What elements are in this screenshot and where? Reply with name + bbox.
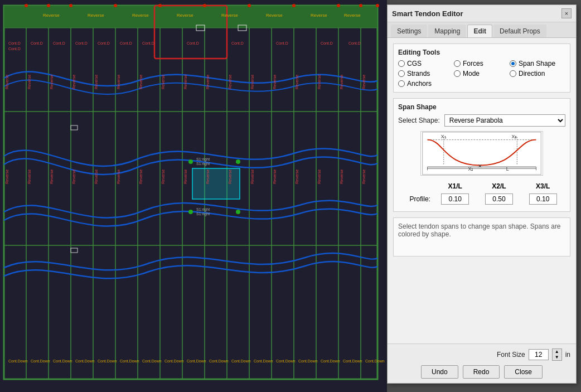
radio-mode-circle[interactable] [454, 70, 461, 77]
svg-point-111 [25, 4, 28, 7]
radio-anchors-circle[interactable] [398, 80, 405, 87]
font-size-input[interactable] [529, 349, 549, 360]
svg-text:Reverse: Reverse [273, 75, 277, 89]
svg-text:Reverse: Reverse [362, 170, 366, 184]
svg-text:Reverse: Reverse [5, 75, 9, 89]
select-shape-row: Select Shape: Reverse Parabola Parabola … [398, 114, 565, 127]
svg-text:Reverse: Reverse [177, 13, 193, 18]
svg-point-118 [292, 4, 296, 7]
svg-text:Reverse: Reverse [72, 75, 76, 89]
radio-span-shape-label: Span Shape [519, 60, 555, 67]
radio-strands-circle[interactable] [398, 70, 405, 77]
svg-text:Reverse: Reverse [311, 13, 327, 18]
svg-text:Reverse: Reverse [295, 75, 299, 89]
svg-text:✕: ✕ [478, 163, 482, 169]
svg-text:Reverse: Reverse [94, 170, 98, 184]
font-size-up-button[interactable]: ▲ [553, 349, 561, 355]
undo-button[interactable]: Undo [421, 365, 458, 379]
svg-text:Reverse: Reverse [161, 170, 165, 184]
svg-text:Cont.Down: Cont.Down [209, 359, 229, 363]
editing-tools-grid: CGS Forces Span Shape Strands Mode [398, 60, 565, 88]
svg-text:Cont.Down: Cont.Down [254, 359, 273, 363]
tab-mapping[interactable]: Mapping [428, 25, 466, 37]
svg-text:Reverse: Reverse [340, 75, 343, 89]
svg-rect-28 [192, 168, 240, 199]
radio-strands[interactable]: Strands [398, 70, 454, 78]
svg-text:Reverse: Reverse [43, 13, 60, 18]
radio-forces[interactable]: Forces [454, 60, 510, 67]
header-x3l: X3/L [521, 181, 564, 191]
radio-direction-label: Direction [519, 70, 545, 78]
svg-text:X₁: X₁ [441, 134, 447, 139]
svg-text:Reverse: Reverse [117, 170, 120, 184]
radio-span-shape-circle[interactable] [510, 60, 516, 67]
font-size-spinner[interactable]: ▲ ▼ [552, 349, 562, 361]
svg-text:Reverse: Reverse [317, 75, 321, 89]
header-x1l: X1/L [434, 181, 477, 191]
svg-text:Reverse: Reverse [139, 170, 143, 184]
font-size-down-button[interactable]: ▼ [553, 355, 561, 360]
profile-x2l-input[interactable] [485, 193, 513, 205]
svg-text:Cont.D: Cont.D [31, 41, 43, 45]
parabola-diagram: X₁ X₃ X₂ L ✕ [420, 131, 543, 176]
svg-text:Reverse: Reverse [72, 170, 76, 184]
svg-text:Reverse: Reverse [221, 13, 238, 18]
profile-table: X1/L X2/L X3/L Profile: [398, 180, 565, 207]
svg-text:L: L [506, 166, 509, 172]
span-shape-label: Span Shape [398, 103, 565, 111]
dialog-close-button[interactable]: × [561, 8, 572, 18]
svg-text:Cont.D: Cont.D [276, 41, 288, 45]
radio-direction-circle[interactable] [510, 70, 516, 77]
svg-text:Reverse: Reverse [344, 13, 361, 18]
svg-text:Cont.D: Cont.D [98, 41, 110, 45]
svg-text:S1:right: S1:right [196, 212, 210, 216]
svg-text:X₃: X₃ [512, 134, 517, 139]
radio-span-shape[interactable]: Span Shape [510, 60, 565, 67]
radio-anchors[interactable]: Anchors [398, 80, 454, 88]
svg-text:Cont.Down: Cont.Down [365, 359, 385, 363]
svg-text:Cont.Down: Cont.Down [53, 359, 72, 363]
svg-text:Cont.D: Cont.D [120, 41, 132, 45]
profile-row-label: Profile: [399, 192, 433, 206]
svg-point-113 [69, 4, 72, 7]
svg-text:Reverse: Reverse [27, 170, 31, 184]
radio-cgs-circle[interactable] [398, 60, 405, 67]
svg-text:Reverse: Reverse [117, 75, 120, 89]
dialog-titlebar: Smart Tendon Editor × [388, 5, 576, 22]
redo-button[interactable]: Redo [463, 365, 500, 379]
font-unit-label: in [565, 351, 570, 359]
profile-x1l-input[interactable] [441, 193, 469, 205]
svg-text:Reverse: Reverse [27, 75, 31, 89]
svg-text:Cont.Down: Cont.Down [343, 359, 362, 363]
smart-tendon-editor-dialog: Smart Tendon Editor × Settings Mapping E… [387, 4, 577, 384]
header-x2l: X2/L [478, 181, 521, 191]
close-button[interactable]: Close [504, 365, 543, 379]
svg-text:Cont.Down: Cont.Down [164, 359, 184, 363]
svg-text:Cont.D: Cont.D [348, 41, 361, 45]
tab-edit[interactable]: Edit [467, 25, 492, 37]
radio-direction[interactable]: Direction [510, 70, 565, 78]
svg-text:Reverse: Reverse [50, 170, 54, 184]
svg-text:Reverse: Reverse [317, 170, 321, 184]
svg-text:Cont.Down: Cont.Down [8, 359, 28, 363]
radio-forces-circle[interactable] [454, 60, 461, 67]
profile-x3l-input[interactable] [529, 193, 557, 205]
svg-text:Reverse: Reverse [340, 170, 343, 184]
tab-default-props[interactable]: Default Props [493, 25, 546, 37]
dialog-title: Smart Tendon Editor [392, 9, 463, 18]
svg-text:Cont.D: Cont.D [53, 41, 65, 45]
radio-cgs[interactable]: CGS [398, 60, 454, 67]
tab-settings[interactable]: Settings [391, 25, 427, 37]
radio-mode[interactable]: Mode [454, 70, 510, 78]
svg-text:Reverse: Reverse [161, 75, 165, 89]
svg-point-116 [203, 4, 206, 7]
dialog-footer: Font Size ▲ ▼ in Undo Redo Close [388, 343, 576, 383]
editing-tools-section: Editing Tools CGS Forces Span Shape [393, 43, 570, 93]
svg-text:Cont.Down: Cont.Down [321, 359, 340, 363]
radio-anchors-label: Anchors [407, 80, 432, 88]
shape-select-dropdown[interactable]: Reverse Parabola Parabola Linear Harped [444, 114, 565, 127]
svg-point-115 [158, 4, 162, 7]
svg-text:Reverse: Reverse [206, 170, 210, 184]
svg-text:Reverse: Reverse [132, 13, 149, 18]
svg-text:Reverse: Reverse [228, 75, 232, 89]
